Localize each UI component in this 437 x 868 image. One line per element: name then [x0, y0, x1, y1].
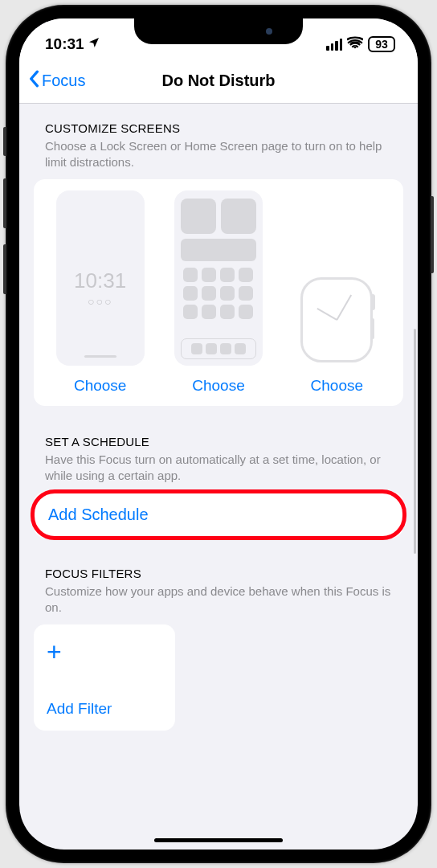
- scroll-indicator[interactable]: [414, 329, 416, 554]
- widget-icon: [221, 199, 256, 234]
- app-icon: [220, 305, 235, 319]
- status-left: 10:31: [45, 35, 100, 53]
- schedule-header: SET A SCHEDULE: [45, 435, 403, 448]
- widget-icon: [181, 239, 256, 261]
- lock-preview-time: 10:31: [74, 268, 126, 293]
- app-icon: [202, 286, 216, 301]
- app-icon: [239, 268, 253, 282]
- customize-header: CUSTOMIZE SCREENS: [45, 121, 403, 135]
- lock-preview-bar: [84, 355, 116, 358]
- lock-screen-preview: 10:31 ○○○: [56, 190, 145, 366]
- widget-icon: [181, 199, 216, 234]
- dock-preview: [181, 338, 256, 359]
- app-icon: [239, 305, 253, 319]
- home-indicator[interactable]: [154, 838, 283, 842]
- add-schedule-label: Add Schedule: [48, 506, 149, 523]
- app-icon: [202, 305, 216, 319]
- device-screen: 10:31 93 Focus D: [19, 18, 418, 850]
- app-icon: [183, 305, 198, 319]
- app-icon: [239, 286, 253, 301]
- mute-switch: [3, 127, 6, 156]
- choose-home-label: Choose: [192, 377, 245, 395]
- watch-crown-icon: [370, 294, 375, 310]
- content-area: CUSTOMIZE SCREENS Choose a Lock Screen o…: [19, 104, 418, 850]
- lock-preview-dots: ○○○: [88, 295, 112, 308]
- schedule-desc: Have this Focus turn on automatically at…: [45, 452, 395, 485]
- choose-watch-face[interactable]: Choose: [292, 190, 381, 395]
- customize-screens-card: 10:31 ○○○ Choose: [34, 179, 403, 406]
- status-time: 10:31: [45, 35, 84, 53]
- app-icon: [220, 286, 235, 301]
- phone-frame: 10:31 93 Focus D: [6, 5, 431, 863]
- battery-icon: 93: [368, 36, 395, 52]
- back-button[interactable]: Focus: [19, 70, 85, 92]
- watch-hand-icon: [317, 308, 337, 320]
- app-icon: [220, 268, 235, 282]
- add-schedule-button[interactable]: Add Schedule: [34, 492, 403, 538]
- cellular-icon: [326, 39, 342, 51]
- watch-preview-container: [292, 190, 381, 366]
- filters-desc: Customize how your apps and device behav…: [45, 583, 395, 616]
- home-screen-preview: [174, 190, 263, 366]
- filters-section: FOCUS FILTERS Customize how your apps an…: [34, 567, 403, 731]
- choose-lock-screen[interactable]: 10:31 ○○○ Choose: [56, 190, 145, 395]
- chevron-left-icon: [27, 70, 40, 92]
- watch-button-icon: [370, 318, 374, 339]
- app-icon: [202, 268, 216, 282]
- customize-desc: Choose a Lock Screen or Home Screen page…: [45, 138, 395, 171]
- power-button: [431, 196, 434, 273]
- choose-watch-label: Choose: [311, 377, 364, 395]
- wifi-icon: [347, 36, 363, 52]
- front-camera-icon: [266, 28, 272, 35]
- app-icon: [183, 268, 198, 282]
- device-notch: [134, 18, 303, 44]
- status-right: 93: [326, 36, 395, 52]
- watch-face-preview: [300, 277, 373, 362]
- app-icon: [183, 286, 198, 301]
- location-icon: [88, 35, 100, 53]
- plus-icon: +: [47, 639, 162, 665]
- schedule-section: SET A SCHEDULE Have this Focus turn on a…: [34, 435, 403, 538]
- add-filter-label: Add Filter: [47, 700, 162, 718]
- volume-down-button: [3, 244, 6, 294]
- nav-bar: Focus Do Not Disturb: [19, 59, 418, 104]
- choose-home-screen[interactable]: Choose: [174, 190, 263, 395]
- add-filter-button[interactable]: + Add Filter: [34, 624, 175, 731]
- filters-header: FOCUS FILTERS: [45, 567, 403, 580]
- back-label: Focus: [42, 72, 85, 90]
- volume-up-button: [3, 178, 6, 228]
- watch-hand-icon: [337, 294, 352, 320]
- choose-lock-label: Choose: [74, 377, 127, 395]
